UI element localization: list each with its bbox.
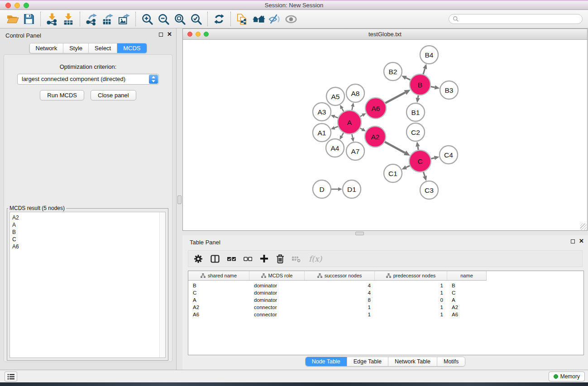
import-network-button[interactable] bbox=[44, 11, 60, 27]
edge-B-B4[interactable] bbox=[423, 64, 427, 74]
close-network-icon[interactable] bbox=[187, 32, 192, 37]
edge-A-A3[interactable] bbox=[331, 115, 338, 118]
network-node-A5[interactable]: A5 bbox=[326, 87, 344, 105]
edge-A-A7[interactable] bbox=[351, 134, 354, 142]
table-row[interactable]: Cdominator41C bbox=[188, 289, 583, 296]
edge-A-A5[interactable] bbox=[340, 105, 344, 111]
network-node-C4[interactable]: C4 bbox=[440, 146, 458, 164]
edge-B-B2[interactable] bbox=[402, 76, 410, 80]
tab-edge-table[interactable]: Edge Table bbox=[347, 357, 388, 366]
export-network-button[interactable] bbox=[83, 11, 100, 27]
edge-A-A2[interactable] bbox=[360, 128, 366, 131]
edge-B-B1[interactable] bbox=[416, 95, 420, 103]
function-builder-button[interactable]: f(x) bbox=[309, 254, 322, 263]
network-node-A1[interactable]: A1 bbox=[313, 124, 331, 142]
horizontal-splitter-handle[interactable] bbox=[355, 232, 364, 235]
memory-button[interactable]: Memory bbox=[549, 372, 585, 381]
edge-C-C1[interactable] bbox=[402, 166, 410, 170]
export-image-button[interactable] bbox=[116, 11, 132, 27]
save-session-button[interactable] bbox=[21, 11, 37, 27]
tab-style[interactable]: Style bbox=[63, 43, 89, 53]
zoom-in-button[interactable] bbox=[139, 11, 155, 27]
edge-A-A6[interactable] bbox=[360, 113, 366, 117]
column-header-successor-nodes[interactable]: successor nodes bbox=[305, 271, 375, 280]
network-window-titlebar[interactable]: testGlobe.txt bbox=[183, 29, 587, 40]
edge-C-C3[interactable] bbox=[423, 172, 427, 181]
edge-A6-B[interactable] bbox=[385, 90, 411, 103]
close-panel-button[interactable]: Close panel bbox=[91, 90, 136, 100]
export-table-button[interactable] bbox=[100, 11, 116, 27]
edge-A-A1[interactable] bbox=[331, 126, 338, 129]
tab-select[interactable]: Select bbox=[89, 43, 117, 53]
network-node-A7[interactable]: A7 bbox=[346, 142, 364, 160]
resize-grip[interactable] bbox=[580, 224, 587, 230]
column-header-name[interactable]: name bbox=[447, 271, 486, 280]
table-row[interactable]: Adominator80A bbox=[188, 296, 583, 304]
task-history-button[interactable] bbox=[5, 372, 17, 381]
hide-panels-button[interactable] bbox=[267, 11, 283, 27]
import-table-button[interactable] bbox=[60, 11, 76, 27]
edge-A-A4[interactable] bbox=[339, 133, 344, 140]
table-settings-button[interactable] bbox=[194, 254, 203, 263]
zoom-out-button[interactable] bbox=[155, 11, 172, 27]
tab-mcds[interactable]: MCDS bbox=[117, 43, 146, 53]
minimize-network-icon[interactable] bbox=[196, 32, 201, 37]
network-canvas[interactable]: ABCA2A6A1A3A4A5A7A8B1B2B3B4C1C2C3C4DD1 bbox=[183, 40, 587, 230]
column-header-predecessor-nodes[interactable]: predecessor nodes bbox=[375, 271, 447, 280]
network-node-B3[interactable]: B3 bbox=[440, 81, 458, 99]
vertical-splitter-handle[interactable] bbox=[177, 195, 182, 204]
network-node-A[interactable]: A bbox=[338, 110, 361, 134]
reset-view-button[interactable] bbox=[250, 11, 267, 27]
run-mcds-button[interactable]: Run MCDS bbox=[40, 90, 84, 100]
node-table[interactable]: shared nameMCDS rolesuccessor nodesprede… bbox=[188, 271, 584, 355]
float-table-panel-icon[interactable] bbox=[571, 239, 575, 243]
show-columns-button[interactable] bbox=[210, 254, 220, 263]
mcds-result-list[interactable]: A2ABCA6 bbox=[10, 212, 166, 358]
result-item[interactable]: A6 bbox=[12, 243, 165, 250]
clone-network-button[interactable] bbox=[234, 11, 250, 27]
network-node-C3[interactable]: C3 bbox=[420, 181, 438, 199]
maximize-network-icon[interactable] bbox=[204, 32, 209, 37]
minimize-window-icon[interactable] bbox=[14, 3, 20, 8]
network-node-B2[interactable]: B2 bbox=[384, 62, 402, 81]
show-panels-button[interactable] bbox=[283, 11, 299, 27]
delete-table-button[interactable] bbox=[292, 255, 301, 263]
column-header-mcds-role[interactable]: MCDS role bbox=[249, 271, 305, 280]
maximize-window-icon[interactable] bbox=[24, 3, 29, 8]
criterion-dropdown[interactable]: largest connected component (directed) bbox=[17, 74, 159, 85]
tab-node-table[interactable]: Node Table bbox=[306, 357, 347, 366]
table-row[interactable]: A6connector11A6 bbox=[188, 311, 583, 318]
zoom-fit-button[interactable] bbox=[172, 11, 188, 27]
edge-A-A8[interactable] bbox=[351, 103, 354, 110]
zoom-selected-button[interactable] bbox=[188, 11, 204, 27]
network-node-B4[interactable]: B4 bbox=[420, 46, 438, 64]
network-node-B[interactable]: B bbox=[410, 74, 430, 95]
edge-C-C4[interactable] bbox=[431, 156, 439, 160]
table-row[interactable]: A2connector11A2 bbox=[188, 304, 583, 311]
tab-network-table[interactable]: Network Table bbox=[388, 357, 437, 366]
network-node-A4[interactable]: A4 bbox=[326, 139, 344, 157]
tab-motifs[interactable]: Motifs bbox=[437, 357, 465, 366]
result-item[interactable]: A2 bbox=[12, 214, 165, 221]
network-node-D1[interactable]: D1 bbox=[343, 180, 361, 198]
edge-D-D1[interactable] bbox=[331, 187, 342, 191]
close-window-icon[interactable] bbox=[5, 3, 11, 8]
search-input[interactable] bbox=[449, 14, 583, 24]
network-node-C2[interactable]: C2 bbox=[406, 123, 425, 141]
network-node-B1[interactable]: B1 bbox=[406, 103, 425, 121]
deselect-all-button[interactable] bbox=[244, 255, 252, 263]
result-item[interactable]: A bbox=[12, 221, 165, 229]
network-node-A3[interactable]: A3 bbox=[313, 103, 331, 121]
network-node-A6[interactable]: A6 bbox=[365, 98, 386, 119]
result-item[interactable]: C bbox=[12, 236, 165, 243]
table-row[interactable]: Bdominator41B bbox=[188, 282, 583, 289]
edge-C-C2[interactable] bbox=[416, 142, 420, 150]
select-all-button[interactable] bbox=[227, 255, 236, 263]
open-session-button[interactable] bbox=[5, 11, 21, 27]
refresh-layout-button[interactable] bbox=[211, 11, 227, 27]
edge-B-B3[interactable] bbox=[431, 85, 440, 89]
add-row-button[interactable] bbox=[260, 254, 268, 263]
result-scrollbar[interactable] bbox=[159, 212, 165, 357]
close-panel-icon[interactable]: ✕ bbox=[167, 32, 172, 37]
network-node-D[interactable]: D bbox=[313, 180, 331, 198]
